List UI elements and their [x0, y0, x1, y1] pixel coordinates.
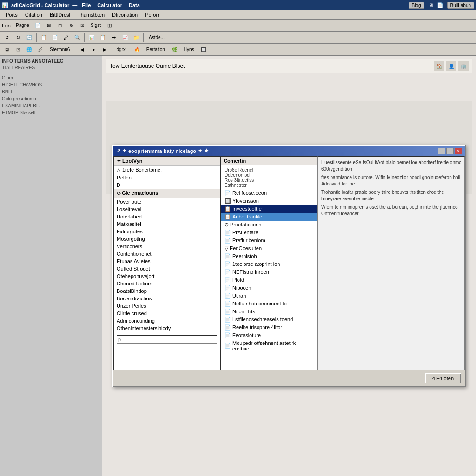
menu-calculator[interactable]: Calculator: [95, 2, 124, 8]
dleft-create[interactable]: △ 1refe Bonertome.: [114, 166, 220, 174]
menu-thamstb[interactable]: Thamstb.en: [74, 11, 108, 19]
dleft-chened[interactable]: Chened Rotiurs: [114, 280, 220, 287]
tb3-dgrx[interactable]: dgrx: [114, 45, 127, 54]
tb3-fire[interactable]: 🔥: [132, 45, 142, 54]
dleft-matl[interactable]: Matloasitel: [114, 220, 220, 228]
tb2-doc2[interactable]: 📄: [50, 33, 60, 42]
dleft-relten[interactable]: Relten: [114, 174, 220, 181]
dleft-oufted[interactable]: Oufted Strodet: [114, 265, 220, 272]
sidebar-item-3[interactable]: Golo presebumo: [2, 95, 100, 102]
tb3-grid2[interactable]: 🔲: [198, 45, 209, 54]
sidebar-item-1[interactable]: HIGHTECH/WHOS...: [2, 81, 100, 88]
tb3-next[interactable]: ▶: [99, 45, 110, 54]
dmid-plotd[interactable]: 📄 Plotd: [221, 276, 317, 284]
dleft-mosorg[interactable]: Mosorgoting: [114, 235, 220, 243]
dmid-nef[interactable]: 📄 NEFistno inroen: [221, 268, 317, 276]
dleft-loseite[interactable]: Loseitrevel: [114, 205, 220, 213]
tb2-search[interactable]: 🔍: [72, 33, 82, 42]
tb3-hyns[interactable]: Hyns: [180, 45, 198, 54]
dmid-prefur[interactable]: 📄 Preflur'beniom: [221, 237, 317, 245]
sidebar-item-5[interactable]: ETMOP Slw self: [2, 109, 100, 116]
dleft-pover[interactable]: Pover oute: [114, 198, 220, 205]
tb2-pen[interactable]: 🖊: [61, 33, 71, 42]
tb2-astde[interactable]: Astde...: [145, 33, 168, 42]
dleft-clirrie[interactable]: Clirrie crused: [114, 310, 220, 317]
tb2-folder[interactable]: 📁: [131, 33, 141, 42]
dmid-proef[interactable]: ⊙ Proefatictionn: [221, 221, 317, 229]
menu-data[interactable]: Data: [127, 2, 142, 8]
dmid-peen[interactable]: 📄 Peernistoh: [221, 252, 317, 260]
tb3-check1[interactable]: ⊠: [2, 45, 12, 54]
toolbar-pagne[interactable]: Pagne: [13, 21, 32, 30]
dmid-nitom[interactable]: 📄 Nitom Tits: [221, 308, 317, 316]
dmid-1toe[interactable]: 📄 1toe'orse atoprint ion: [221, 260, 317, 268]
dleft-boatsi[interactable]: BoatsiBindop: [114, 287, 220, 295]
toolbar-box[interactable]: ◻: [55, 21, 65, 30]
dmid-nibocen[interactable]: 📄 Nibocen: [221, 284, 317, 292]
dleft-uoter[interactable]: Uoterlahed: [114, 213, 220, 220]
dmid-ylov[interactable]: 🔲 Ylovonsson: [221, 197, 317, 205]
tb3-play[interactable]: ●: [88, 45, 99, 54]
dleft-vertic[interactable]: Verticoners: [114, 243, 220, 250]
dmid-rel[interactable]: 📄 Rel foose.oeon: [221, 189, 317, 197]
tb3-stertonn[interactable]: Stertonn6: [46, 45, 73, 54]
tb3-check2[interactable]: ⊡: [13, 45, 23, 54]
toolbar-grid[interactable]: ⊞: [44, 21, 54, 30]
tb2-refresh[interactable]: 🔄: [24, 33, 34, 42]
dleft-adm[interactable]: Adm concunding: [114, 317, 220, 324]
tb3-edit[interactable]: 🖊: [35, 45, 46, 54]
dmid-feotas[interactable]: 📄 Feotasloture: [221, 331, 317, 339]
toolbar-slgst[interactable]: Slgst: [88, 21, 103, 30]
bulllabun-button[interactable]: BullLabun: [447, 2, 474, 9]
menu-perorr[interactable]: Perorr: [141, 11, 163, 19]
dmid-pral[interactable]: 📄 PrALentare: [221, 229, 317, 237]
tb2-arrow[interactable]: ➡: [109, 33, 119, 42]
dmid-arlbel[interactable]: 📋 Arlbel trankle: [221, 213, 317, 221]
toolbar-doc[interactable]: 📄: [33, 21, 43, 30]
dmid-reellte[interactable]: 📄 Reellte trisopnre 4litor: [221, 324, 317, 331]
dleft-otehepo[interactable]: Oteheponuvejort: [114, 272, 220, 280]
toolbar-square[interactable]: ⊡: [77, 21, 87, 30]
dleft-header-label: LootVyn: [122, 158, 143, 164]
dleft-content[interactable]: Contentionenet: [114, 250, 220, 258]
dialog-maximize[interactable]: □: [446, 148, 454, 154]
dleft-fidrorg[interactable]: Fidrorgutes: [114, 228, 220, 235]
sidebar-item-4[interactable]: EXAMINTIAPEBL.: [2, 102, 100, 109]
tb2-back[interactable]: ↺: [2, 33, 12, 42]
menu-dticonation[interactable]: Dticonation: [108, 11, 141, 19]
dleft-othen[interactable]: Otheninternestersiniody: [114, 324, 220, 332]
menu-bittldresl[interactable]: BittlDresl: [46, 11, 74, 19]
dmid-lstfile[interactable]: 📄 Lstfilenosechreaseis toend: [221, 316, 317, 324]
dmid-moupedr[interactable]: 📄 Moupedr otfsehnent astetirk crettiue..: [221, 339, 317, 352]
dmid-invees[interactable]: 📋 Inveestooltre: [221, 205, 317, 213]
dmid-een[interactable]: ▽ EenCoesulten: [221, 245, 317, 252]
tb2-clipboard[interactable]: 📋: [39, 33, 49, 42]
toolbar-rect[interactable]: ◫: [104, 21, 114, 30]
dmid-netlue[interactable]: 📄 Netlue hoteceonment to: [221, 300, 317, 308]
sidebar-item-2[interactable]: BNLL.: [2, 88, 100, 95]
tb2-forward[interactable]: ↻: [13, 33, 23, 42]
sidebar-item-0[interactable]: Ctom...: [2, 74, 100, 81]
tb3-prev[interactable]: ◀: [77, 45, 87, 54]
app-icon: 📊: [2, 2, 8, 8]
tb2-copy[interactable]: 📋: [98, 33, 108, 42]
dleft-etunas[interactable]: Etunas Avietes: [114, 258, 220, 265]
dleft-bocland[interactable]: Boclandraichos: [114, 295, 220, 302]
dialog-minimize[interactable]: _: [438, 148, 445, 154]
menu-citation[interactable]: Citation: [21, 11, 46, 19]
dmid-utiran[interactable]: 📄 Utiran: [221, 292, 317, 300]
dleft-d[interactable]: D: [114, 181, 220, 189]
tb3-perf[interactable]: Pertatlon: [143, 45, 168, 54]
dleft-input[interactable]: [117, 335, 217, 344]
dialog-ok-button[interactable]: 4 E'uoten: [425, 373, 461, 383]
blog-button[interactable]: Blog: [409, 2, 424, 9]
dialog-close[interactable]: ×: [455, 148, 462, 154]
menu-file[interactable]: File: [80, 2, 93, 8]
tb3-globe[interactable]: 🌐: [24, 45, 34, 54]
menu-ports[interactable]: Ports: [2, 11, 21, 19]
tb2-chart[interactable]: 📊: [86, 33, 97, 42]
toolbar-mouse[interactable]: 🖱: [66, 21, 76, 30]
tb2-graph[interactable]: 📈: [120, 33, 130, 42]
dleft-urizer[interactable]: Urizer Perles: [114, 302, 220, 310]
tb3-leaf[interactable]: 🌿: [169, 45, 179, 54]
